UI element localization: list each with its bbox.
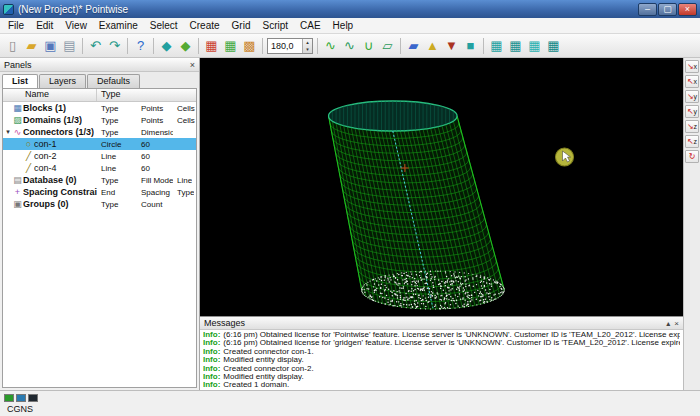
menu-file[interactable]: File [2, 19, 30, 32]
toolbar-separator [262, 38, 263, 54]
tree-name-cell: ▤Database (0) [3, 175, 97, 185]
messages-float-icon[interactable]: ▴ [666, 319, 670, 328]
tree-cell-value: Line [97, 164, 137, 173]
message-level-label: Info: [203, 348, 220, 356]
view-arrow-icon: ↖ [687, 138, 694, 146]
panels-close-icon[interactable]: × [190, 60, 195, 70]
domains-icon: ▨ [12, 115, 23, 125]
tab-defaults[interactable]: Defaults [87, 74, 140, 88]
spinner-down-icon[interactable]: ▾ [303, 46, 312, 53]
tree-row-domains-1-3[interactable]: ▨Domains (1/3)TypePointsCells [3, 114, 196, 126]
menu-grid[interactable]: Grid [226, 19, 257, 32]
expander-icon[interactable]: ▾ [4, 128, 12, 136]
tab-layers[interactable]: Layers [39, 74, 86, 88]
view-arrow-icon: ↖ [687, 108, 694, 116]
tree-cell-value: Type [97, 104, 137, 113]
structured-grid-icon[interactable]: ▦ [487, 36, 506, 55]
view-minus-x-button[interactable]: ↖x [685, 75, 699, 88]
messages-log[interactable]: Info:(6:16 pm) Obtained license for 'Poi… [200, 330, 683, 390]
menu-examine[interactable]: Examine [93, 19, 144, 32]
toolbar-separator [400, 38, 401, 54]
menu-script[interactable]: Script [256, 19, 294, 32]
minimize-button[interactable]: – [638, 3, 657, 16]
assemble-block-icon[interactable]: ▰ [404, 36, 423, 55]
messages-header-icons: ▴ × [666, 319, 679, 328]
tab-list[interactable]: List [2, 74, 38, 88]
tree-row-spacing-constrai[interactable]: +Spacing Constrai...EndSpacingType [3, 186, 196, 198]
mask-orange-icon[interactable]: ▩ [240, 36, 259, 55]
spinner-up-icon[interactable]: ▴ [303, 39, 312, 46]
toolbar: ▯▰▣▤↶↷?◆◆▦▦▩180,0▴▾∿∿∪▱▰▲▼■▦▦▦▦ [0, 34, 700, 58]
rotation-angle-combo[interactable]: 180,0▴▾ [267, 38, 313, 54]
draw-curve-icon[interactable]: ∿ [321, 36, 340, 55]
help-icon[interactable]: ? [131, 36, 150, 55]
view-arrow-icon: ↖ [687, 78, 694, 86]
tree-row-con-1[interactable]: ○con-1Circle60 [3, 138, 196, 150]
tree-row-connectors-1-3[interactable]: ▾∿Connectors (1/3)TypeDimension [3, 126, 196, 138]
examine-icon[interactable]: ◆ [157, 36, 176, 55]
tree-item-label: con-4 [34, 163, 57, 173]
tree-row-blocks-1[interactable]: ▦Blocks (1)TypePointsCells [3, 102, 196, 114]
menu-select[interactable]: Select [144, 19, 184, 32]
message-line: Info:Created connector con-1. [203, 348, 680, 356]
message-line: Info:(6:16 pm) Obtained license for 'Poi… [203, 331, 680, 339]
menu-create[interactable]: Create [184, 19, 226, 32]
3d-viewport[interactable] [200, 58, 683, 316]
undo-icon[interactable]: ↶ [86, 36, 105, 55]
color-swatch-3[interactable] [28, 394, 38, 402]
tree-column-name[interactable]: Name [3, 89, 97, 101]
cae-export-icon[interactable]: ▼ [442, 36, 461, 55]
tree-row-groups-0[interactable]: ▣Groups (0)TypeCount [3, 198, 196, 210]
select-icon[interactable]: ◆ [176, 36, 195, 55]
maximize-button[interactable]: ▢ [658, 3, 677, 16]
menu-view[interactable]: View [59, 19, 93, 32]
open-folder-icon[interactable]: ▰ [22, 36, 41, 55]
menu-edit[interactable]: Edit [30, 19, 59, 32]
view-minus-y-button[interactable]: ↖y [685, 105, 699, 118]
tree-column-type[interactable]: Type [97, 89, 196, 101]
assemble-domain-icon[interactable]: ▱ [378, 36, 397, 55]
view-plus-y-button[interactable]: ↘y [685, 90, 699, 103]
extrude-icon[interactable]: ▲ [423, 36, 442, 55]
circle-connector-icon: ○ [23, 139, 34, 149]
messages-close-icon[interactable]: × [674, 319, 679, 328]
print-icon[interactable]: ▤ [60, 36, 79, 55]
line-connector-icon: ╱ [23, 151, 34, 161]
tree-cell-value: Dimension [137, 128, 173, 137]
menu-help[interactable]: Help [327, 19, 360, 32]
redo-icon[interactable]: ↷ [105, 36, 124, 55]
close-button[interactable]: × [678, 3, 697, 16]
tree-row-con-2[interactable]: ╱con-2Line60 [3, 150, 196, 162]
unstructured-grid-icon[interactable]: ▦ [506, 36, 525, 55]
tree-row-con-4[interactable]: ╱con-4Line60 [3, 162, 196, 174]
toolbar-separator [198, 38, 199, 54]
message-level-label: Info: [203, 331, 220, 339]
menu-cae[interactable]: CAE [294, 19, 327, 32]
hybrid-grid-icon[interactable]: ▦ [525, 36, 544, 55]
cylinder-mesh-scene [200, 58, 683, 316]
tree-cell-value: Count [137, 200, 173, 209]
view-plus-x-button[interactable]: ↘x [685, 60, 699, 73]
solve-icon[interactable]: ■ [461, 36, 480, 55]
tree-header: Name Type [3, 89, 196, 102]
view-minus-z-button[interactable]: ↖z [685, 135, 699, 148]
mask-green-icon[interactable]: ▦ [221, 36, 240, 55]
titlebar[interactable]: (New Project)* Pointwise – ▢ × [0, 0, 700, 18]
view-iso-button[interactable]: ↻ [685, 150, 699, 163]
tree-name-cell: ▾∿Connectors (1/3) [3, 127, 97, 137]
draw-spline-icon[interactable]: ∿ [340, 36, 359, 55]
tree-row-database-0[interactable]: ▤Database (0)TypeFill ModeLine [3, 174, 196, 186]
extrusion-grid-icon[interactable]: ▦ [544, 36, 563, 55]
new-file-icon[interactable]: ▯ [3, 36, 22, 55]
draw-arc-icon[interactable]: ∪ [359, 36, 378, 55]
mask-red-icon[interactable]: ▦ [202, 36, 221, 55]
cae-solver-label[interactable]: CGNS [4, 404, 36, 414]
view-plus-z-button[interactable]: ↘z [685, 120, 699, 133]
spinner-arrows[interactable]: ▴▾ [302, 39, 312, 53]
color-swatch-1[interactable] [4, 394, 14, 402]
main-area: Panels × ListLayersDefaults Name Type ▦B… [0, 58, 700, 390]
save-icon[interactable]: ▣ [41, 36, 60, 55]
message-text: Created connector con-1. [223, 348, 313, 356]
tree-type-cell: Line60 [97, 164, 196, 173]
color-swatch-2[interactable] [16, 394, 26, 402]
